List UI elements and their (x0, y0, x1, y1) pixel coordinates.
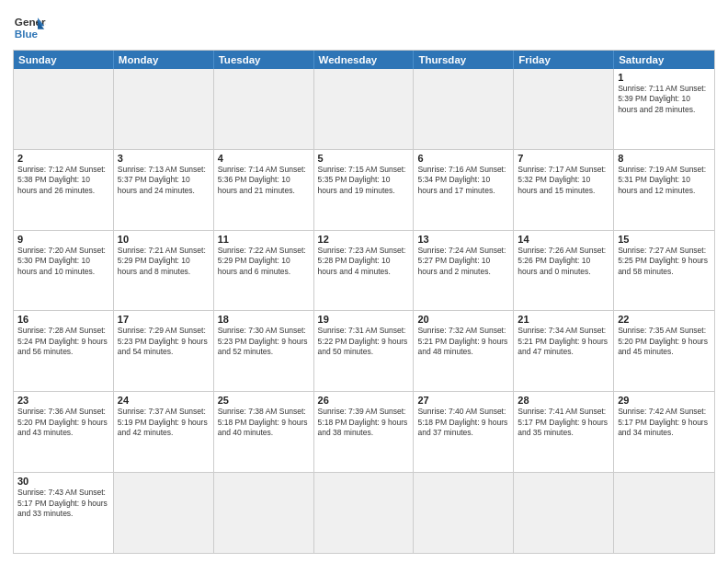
day-number: 16 (17, 314, 109, 325)
calendar-cell: 7Sunrise: 7:17 AM Sunset: 5:32 PM Daylig… (514, 150, 614, 230)
day-number: 8 (618, 153, 711, 164)
calendar-cell: 29Sunrise: 7:42 AM Sunset: 5:17 PM Dayli… (614, 392, 714, 472)
calendar-cell: 3Sunrise: 7:13 AM Sunset: 5:37 PM Daylig… (114, 150, 214, 230)
day-info: Sunrise: 7:36 AM Sunset: 5:20 PM Dayligh… (17, 407, 109, 438)
day-info: Sunrise: 7:34 AM Sunset: 5:21 PM Dayligh… (518, 326, 609, 357)
calendar: SundayMondayTuesdayWednesdayThursdayFrid… (13, 50, 715, 554)
day-number: 4 (218, 153, 310, 164)
day-info: Sunrise: 7:35 AM Sunset: 5:20 PM Dayligh… (618, 326, 711, 357)
calendar-cell (414, 69, 514, 149)
calendar-cell: 22Sunrise: 7:35 AM Sunset: 5:20 PM Dayli… (614, 311, 714, 391)
day-number: 20 (417, 314, 509, 325)
day-info: Sunrise: 7:42 AM Sunset: 5:17 PM Dayligh… (618, 407, 711, 438)
header-day-tuesday: Tuesday (214, 51, 314, 69)
day-info: Sunrise: 7:11 AM Sunset: 5:39 PM Dayligh… (618, 84, 711, 115)
day-info: Sunrise: 7:24 AM Sunset: 5:27 PM Dayligh… (417, 246, 509, 277)
day-number: 10 (118, 234, 210, 245)
calendar-cell (314, 473, 415, 553)
calendar-cell: 28Sunrise: 7:41 AM Sunset: 5:17 PM Dayli… (514, 392, 614, 472)
calendar-cell: 21Sunrise: 7:34 AM Sunset: 5:21 PM Dayli… (514, 311, 614, 391)
header-day-thursday: Thursday (414, 51, 514, 69)
day-number: 3 (118, 153, 210, 164)
calendar-cell: 6Sunrise: 7:16 AM Sunset: 5:34 PM Daylig… (414, 150, 514, 230)
header-day-sunday: Sunday (14, 51, 114, 69)
calendar-cell: 8Sunrise: 7:19 AM Sunset: 5:31 PM Daylig… (614, 150, 714, 230)
logo-icon: General Blue (13, 11, 46, 44)
calendar-cell: 1Sunrise: 7:11 AM Sunset: 5:39 PM Daylig… (614, 69, 714, 149)
day-number: 27 (417, 395, 509, 406)
day-number: 5 (318, 153, 410, 164)
day-number: 7 (518, 153, 609, 164)
day-info: Sunrise: 7:40 AM Sunset: 5:18 PM Dayligh… (417, 407, 509, 438)
calendar-cell: 16Sunrise: 7:28 AM Sunset: 5:24 PM Dayli… (14, 311, 114, 391)
day-info: Sunrise: 7:39 AM Sunset: 5:18 PM Dayligh… (318, 407, 410, 438)
day-info: Sunrise: 7:37 AM Sunset: 5:19 PM Dayligh… (118, 407, 210, 438)
calendar-cell (614, 473, 714, 553)
calendar-cell: 13Sunrise: 7:24 AM Sunset: 5:27 PM Dayli… (414, 231, 514, 311)
calendar-cell (514, 473, 614, 553)
day-info: Sunrise: 7:23 AM Sunset: 5:28 PM Dayligh… (318, 246, 410, 277)
calendar-cell (214, 473, 314, 553)
day-info: Sunrise: 7:41 AM Sunset: 5:17 PM Dayligh… (518, 407, 609, 438)
day-number: 17 (118, 314, 210, 325)
day-info: Sunrise: 7:38 AM Sunset: 5:18 PM Dayligh… (218, 407, 310, 438)
calendar-cell: 2Sunrise: 7:12 AM Sunset: 5:38 PM Daylig… (14, 150, 114, 230)
day-number: 22 (618, 314, 711, 325)
header-day-saturday: Saturday (614, 51, 714, 69)
calendar-cell: 20Sunrise: 7:32 AM Sunset: 5:21 PM Dayli… (414, 311, 514, 391)
calendar-cell: 11Sunrise: 7:22 AM Sunset: 5:29 PM Dayli… (214, 231, 314, 311)
header-day-wednesday: Wednesday (314, 51, 415, 69)
day-number: 2 (17, 153, 109, 164)
day-info: Sunrise: 7:27 AM Sunset: 5:25 PM Dayligh… (618, 246, 711, 277)
calendar-cell (414, 473, 514, 553)
calendar-row-0: 1Sunrise: 7:11 AM Sunset: 5:39 PM Daylig… (14, 69, 714, 149)
calendar-cell: 5Sunrise: 7:15 AM Sunset: 5:35 PM Daylig… (314, 150, 415, 230)
calendar-cell: 25Sunrise: 7:38 AM Sunset: 5:18 PM Dayli… (214, 392, 314, 472)
day-info: Sunrise: 7:30 AM Sunset: 5:23 PM Dayligh… (218, 326, 310, 357)
day-number: 28 (518, 395, 609, 406)
day-number: 13 (417, 234, 509, 245)
day-number: 19 (318, 314, 410, 325)
calendar-cell: 24Sunrise: 7:37 AM Sunset: 5:19 PM Dayli… (114, 392, 214, 472)
calendar-cell: 19Sunrise: 7:31 AM Sunset: 5:22 PM Dayli… (314, 311, 415, 391)
day-info: Sunrise: 7:26 AM Sunset: 5:26 PM Dayligh… (518, 246, 609, 277)
day-info: Sunrise: 7:19 AM Sunset: 5:31 PM Dayligh… (618, 165, 711, 196)
day-number: 11 (218, 234, 310, 245)
day-number: 15 (618, 234, 711, 245)
day-info: Sunrise: 7:32 AM Sunset: 5:21 PM Dayligh… (417, 326, 509, 357)
calendar-header: SundayMondayTuesdayWednesdayThursdayFrid… (14, 51, 714, 69)
calendar-cell: 27Sunrise: 7:40 AM Sunset: 5:18 PM Dayli… (414, 392, 514, 472)
calendar-row-3: 16Sunrise: 7:28 AM Sunset: 5:24 PM Dayli… (14, 310, 714, 391)
calendar-cell: 14Sunrise: 7:26 AM Sunset: 5:26 PM Dayli… (514, 231, 614, 311)
day-info: Sunrise: 7:12 AM Sunset: 5:38 PM Dayligh… (17, 165, 109, 196)
calendar-cell: 26Sunrise: 7:39 AM Sunset: 5:18 PM Dayli… (314, 392, 415, 472)
calendar-cell: 12Sunrise: 7:23 AM Sunset: 5:28 PM Dayli… (314, 231, 415, 311)
calendar-cell: 30Sunrise: 7:43 AM Sunset: 5:17 PM Dayli… (14, 473, 114, 553)
day-info: Sunrise: 7:13 AM Sunset: 5:37 PM Dayligh… (118, 165, 210, 196)
calendar-cell: 23Sunrise: 7:36 AM Sunset: 5:20 PM Dayli… (14, 392, 114, 472)
calendar-cell (314, 69, 415, 149)
calendar-cell (114, 69, 214, 149)
day-info: Sunrise: 7:16 AM Sunset: 5:34 PM Dayligh… (417, 165, 509, 196)
calendar-row-2: 9Sunrise: 7:20 AM Sunset: 5:30 PM Daylig… (14, 230, 714, 311)
calendar-cell: 9Sunrise: 7:20 AM Sunset: 5:30 PM Daylig… (14, 231, 114, 311)
day-info: Sunrise: 7:28 AM Sunset: 5:24 PM Dayligh… (17, 326, 109, 357)
day-info: Sunrise: 7:20 AM Sunset: 5:30 PM Dayligh… (17, 246, 109, 277)
calendar-row-1: 2Sunrise: 7:12 AM Sunset: 5:38 PM Daylig… (14, 149, 714, 230)
day-info: Sunrise: 7:15 AM Sunset: 5:35 PM Dayligh… (318, 165, 410, 196)
day-info: Sunrise: 7:31 AM Sunset: 5:22 PM Dayligh… (318, 326, 410, 357)
day-number: 23 (17, 395, 109, 406)
day-info: Sunrise: 7:14 AM Sunset: 5:36 PM Dayligh… (218, 165, 310, 196)
day-number: 12 (318, 234, 410, 245)
day-number: 14 (518, 234, 609, 245)
day-number: 21 (518, 314, 609, 325)
day-info: Sunrise: 7:17 AM Sunset: 5:32 PM Dayligh… (518, 165, 609, 196)
calendar-cell: 17Sunrise: 7:29 AM Sunset: 5:23 PM Dayli… (114, 311, 214, 391)
day-number: 26 (318, 395, 410, 406)
calendar-row-4: 23Sunrise: 7:36 AM Sunset: 5:20 PM Dayli… (14, 391, 714, 472)
logo: General Blue (13, 11, 50, 44)
calendar-row-5: 30Sunrise: 7:43 AM Sunset: 5:17 PM Dayli… (14, 472, 714, 553)
page-header: General Blue (13, 11, 715, 44)
calendar-body: 1Sunrise: 7:11 AM Sunset: 5:39 PM Daylig… (14, 69, 714, 553)
day-info: Sunrise: 7:21 AM Sunset: 5:29 PM Dayligh… (118, 246, 210, 277)
